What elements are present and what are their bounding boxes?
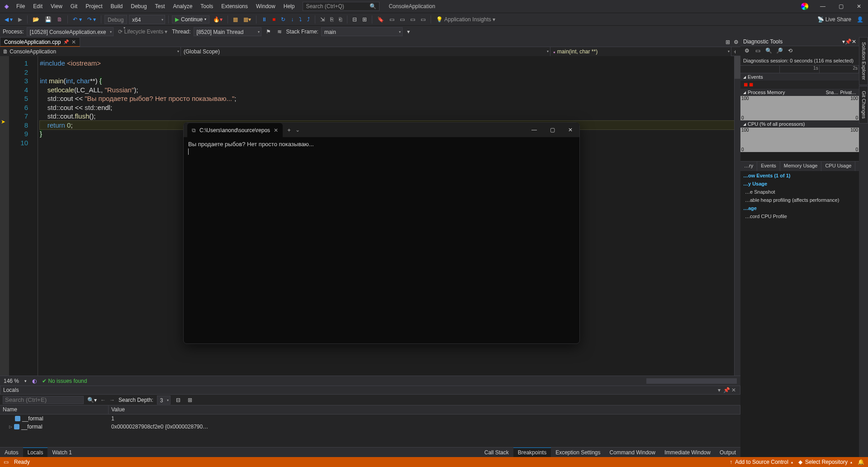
undo-icon[interactable]: ↶ ▾ [71,15,83,24]
col-value[interactable]: Value [109,405,740,414]
diag-tab[interactable]: CPU Usage [821,162,855,171]
zoom-out-icon[interactable]: 🔎 [776,48,783,55]
reset-zoom-icon[interactable]: ⟲ [787,48,794,55]
tool-icon[interactable]: ▭ [754,48,761,55]
diag-link[interactable]: …age [743,205,856,211]
issues-status[interactable]: ✔ No issues found [42,378,87,384]
global-scope-combo[interactable]: (Global Scope) [181,47,550,56]
menu-tools[interactable]: Tools [197,1,217,11]
vertical-tab-git-changes[interactable]: Git Changes [859,86,868,124]
menu-view[interactable]: View [47,1,66,11]
pin-icon[interactable]: 📌 [723,387,730,393]
nav-prev-icon[interactable]: ← [100,397,106,403]
bookmark-icon[interactable]: 🔖 [375,15,386,24]
split-icon[interactable]: ⫞ [731,47,740,56]
bottom-tab-immediate-window[interactable]: Immediate Window [660,448,715,457]
pin-icon[interactable]: 📌 [845,38,852,45]
stop-icon[interactable]: ■ [270,15,277,24]
function-scope-combo[interactable]: main(int, char **) [550,47,731,56]
code-line[interactable]: std::cout.flush(); [40,112,734,121]
new-tab-button[interactable]: ＋ [283,126,295,134]
vertical-tab-solution-explorer[interactable]: Solution Explorer [859,37,868,85]
outlining-margin[interactable] [32,56,38,376]
terminal-tab[interactable]: ⧉ C:\Users\anond\source\repos ✕ [187,123,283,138]
toggle-preview-icon[interactable]: ⊞ [724,37,732,47]
toolbar-icon[interactable]: ⊟ [351,15,359,24]
app-insights-button[interactable]: 💡 Application Insights ▾ [434,15,497,24]
toggle-icon[interactable]: ⊞ [186,396,194,404]
menu-file[interactable]: File [13,1,28,11]
toolbar-icon[interactable]: ▭ [408,15,417,24]
toolbar-icon[interactable]: ▭ [388,15,396,24]
doc-settings-icon[interactable]: ⚙ [732,37,740,47]
menu-edit[interactable]: Edit [29,1,46,11]
open-file-icon[interactable]: 📂 [31,15,41,24]
terminal-window[interactable]: ⧉ C:\Users\anond\source\repos ✕ ＋ ⌄ — ▢ … [183,122,580,344]
nav-fwd-icon[interactable]: ▶ [16,15,24,24]
horizontal-scrollbar[interactable] [646,378,737,384]
memory-graph[interactable]: 1000 1000 [740,96,859,120]
flag-icon[interactable]: ⚑ [264,28,273,36]
bottom-tab-locals[interactable]: Locals [23,448,48,457]
terminal-titlebar[interactable]: ⧉ C:\Users\anond\source\repos ✕ ＋ ⌄ — ▢ … [184,123,579,137]
breakpoint-margin[interactable] [0,56,9,376]
maximize-button[interactable]: ▢ [543,124,561,136]
diag-tab[interactable]: …ry [740,162,757,171]
close-icon[interactable]: ✕ [730,387,737,393]
search-depth-combo[interactable]: 3 [157,396,171,405]
toolbar-icon[interactable]: ▦▾ [242,15,253,24]
locals-search-input[interactable] [3,396,84,404]
cpu-graph[interactable]: 1000 1000 [740,128,859,152]
code-line[interactable]: setlocale(LC_ALL, "Russian"); [40,86,734,95]
menu-test[interactable]: Test [152,1,169,11]
menu-extensions[interactable]: Extensions [218,1,251,11]
zoom-in-icon[interactable]: 🔍 [765,48,772,55]
close-icon[interactable]: ✕ [852,38,856,45]
save-all-icon[interactable]: 🗎 [55,15,64,24]
toolbar-icon[interactable]: ⎗ [337,15,344,24]
minimize-button[interactable]: — [814,0,832,13]
continue-button[interactable]: ▶ Continue ▾ [172,15,209,24]
pause-icon[interactable]: ⏸ [260,15,269,24]
hot-reload-icon[interactable]: 🔥▾ [211,15,224,24]
thread-combo[interactable]: [8520] Main Thread [194,27,261,36]
bottom-tab-watch-1[interactable]: Watch 1 [47,448,76,457]
diag-link[interactable]: …e Snapshot [743,189,856,195]
toolbar-icon[interactable]: ▭ [398,15,407,24]
live-share-button[interactable]: 📡 Live Share [816,15,853,24]
toggle-icon[interactable]: ⊟ [174,396,182,404]
minimize-button[interactable]: — [525,124,543,136]
code-line[interactable]: #include <iostream> [40,59,734,68]
bottom-tab-call-stack[interactable]: Call Stack [480,448,513,457]
tab-menu-icon[interactable]: ⌄ [295,127,300,133]
diag-link[interactable]: …y Usage [743,181,856,186]
bottom-tab-autos[interactable]: Autos [0,448,23,457]
menu-git[interactable]: Git [67,1,81,11]
save-icon[interactable]: 💾 [43,15,53,24]
toolbar-icon[interactable]: ▭ [419,15,427,24]
bottom-tab-breakpoints[interactable]: Breakpoints [513,448,551,457]
menu-build[interactable]: Build [107,1,127,11]
account-icon[interactable]: 👤 [855,15,865,24]
toolbar-icon[interactable]: ▦ [231,15,240,24]
global-search[interactable]: Search (Ctrl+Q) 🔍 [303,2,379,11]
nav-back-icon[interactable]: ◀ ▾ [3,15,14,24]
cpu-section-header[interactable]: ◢CPU (% of all processors) [740,120,859,128]
nav-next-icon[interactable]: → [109,397,115,403]
bottom-tab-exception-settings[interactable]: Exception Settings [551,448,605,457]
add-to-source-control[interactable]: Add to Source Control▴ [730,459,793,465]
process-combo[interactable]: [10528] ConsoleApplication.exe [27,27,114,36]
restart-icon[interactable]: ↻ [279,15,287,24]
bottom-tab-output[interactable]: Output [715,448,740,457]
code-line[interactable] [40,68,734,77]
menu-project[interactable]: Project [82,1,106,11]
locals-row[interactable]: __formal1 [0,415,740,423]
diag-link[interactable]: …cord CPU Profile [743,214,856,219]
diag-time-ruler[interactable]: 1s2s [740,65,859,73]
close-tab-icon[interactable]: ✕ [274,127,278,133]
event-marker-icon[interactable]: ⏹⏹ [743,81,754,88]
code-line[interactable]: std::cout << "Вы продаете рыбов? Нет про… [40,94,734,103]
health-indicator-icon[interactable]: ◐ [32,378,37,384]
menu-help[interactable]: Help [280,1,299,11]
code-line[interactable]: std::cout << std::endl; [40,103,734,112]
